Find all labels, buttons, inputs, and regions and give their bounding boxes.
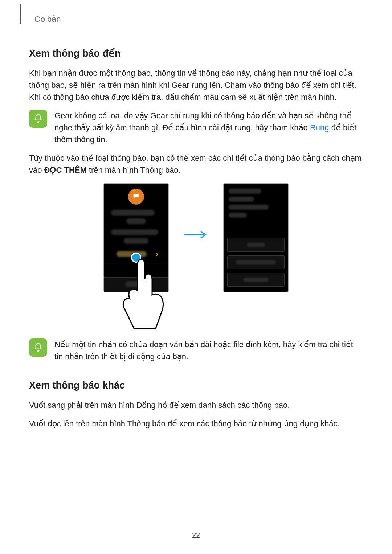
- p2-bold: ĐỌC THÊM: [44, 165, 87, 175]
- separator: [104, 263, 168, 263]
- link-rung[interactable]: Rung: [310, 123, 329, 132]
- paragraph-swipe-right: Vuốt sang phải trên màn hình Đồng hồ để …: [29, 399, 363, 411]
- page: Cơ bản Xem thông báo đến Khi bạn nhận đư…: [0, 0, 392, 554]
- header-rule: [20, 4, 21, 24]
- blur-line: [126, 218, 146, 224]
- p2-part-b: trên màn hình Thông báo.: [87, 165, 181, 175]
- blur-line: [229, 213, 247, 218]
- figure-tap-notification: ›: [29, 183, 363, 328]
- blur-line: [111, 210, 155, 216]
- speech-bubble-icon: [128, 189, 144, 205]
- section-title-other: Xem thông báo khác: [29, 380, 363, 391]
- bell-icon: [29, 110, 47, 128]
- note1-part-a: Gear không có loa, do vậy Gear chỉ rung …: [54, 111, 352, 132]
- device-button: [227, 238, 285, 252]
- device-right: [223, 183, 289, 292]
- paragraph-intro: Khi bạn nhận được một thông báo, thông t…: [29, 67, 363, 103]
- blur-line: [111, 229, 158, 235]
- blur-line: [124, 238, 148, 244]
- touch-indicator: [131, 253, 141, 263]
- bell-icon: [29, 338, 47, 357]
- blur-line: [229, 189, 261, 194]
- note-text-1: Gear không có loa, do vậy Gear chỉ rung …: [54, 110, 363, 145]
- page-number: 22: [0, 531, 392, 539]
- device-button: [227, 255, 285, 269]
- paragraph-swipe-up: Vuốt dọc lên trên màn hình Thông báo để …: [29, 418, 363, 430]
- section-title-incoming: Xem thông báo đến: [29, 48, 363, 59]
- blur-line: [229, 197, 254, 202]
- bottom-bar: [104, 277, 168, 292]
- note-row-1: Gear không có loa, do vậy Gear chỉ rung …: [29, 110, 363, 145]
- paragraph-readmore: Tùy thuộc vào thể loại thông báo, bạn có…: [29, 152, 363, 176]
- device-left: ›: [103, 183, 169, 292]
- note-text-2: Nếu một tin nhắn có chứa đoạn văn bản dà…: [54, 338, 363, 362]
- arrow-right-icon: [183, 230, 209, 239]
- device-button: [227, 273, 285, 287]
- blur-button: [125, 281, 147, 287]
- breadcrumb: Cơ bản: [34, 15, 363, 24]
- note-row-2: Nếu một tin nhắn có chứa đoạn văn bản dà…: [29, 338, 363, 362]
- chevron-right-icon: ›: [156, 250, 158, 258]
- blur-line: [229, 205, 269, 210]
